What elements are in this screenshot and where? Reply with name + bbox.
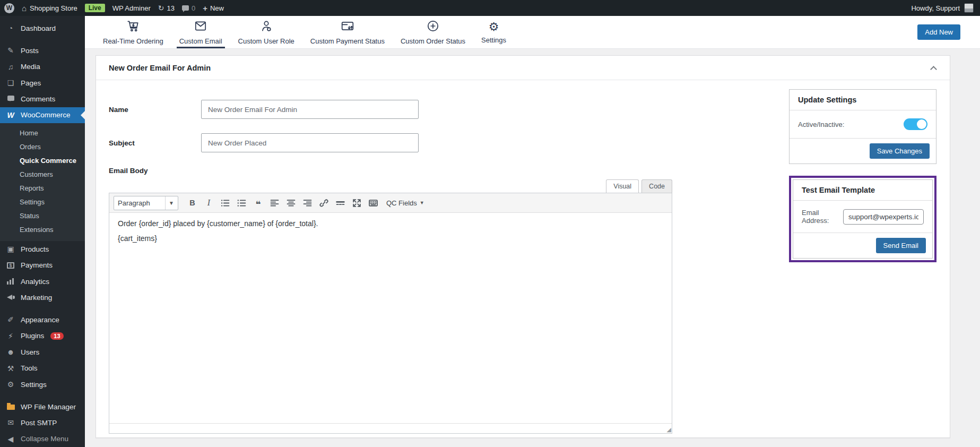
link-button[interactable]: [317, 196, 331, 210]
pushpin-icon: ✎: [6, 46, 15, 55]
wordpress-logo-icon[interactable]: W: [4, 3, 14, 13]
sidebar-menu: ◔Dashboard✎Posts♫Media❏PagesCommentsWWoo…: [0, 16, 85, 447]
sidebar-subitem-reports[interactable]: Reports: [0, 181, 85, 195]
toolbar-toggle-button[interactable]: [366, 196, 380, 210]
sidebar-item-analytics[interactable]: Analytics: [0, 273, 85, 289]
sidebar-item-settings[interactable]: ⚙Settings: [0, 376, 85, 392]
sidebar-item-post-smtp[interactable]: ✉Post SMTP: [0, 415, 85, 431]
plugin-tab-bar: Real-Time Ordering Custom Email Custom U…: [85, 16, 980, 49]
card-body: Name Subject Email Body Visual Code: [96, 80, 950, 441]
bold-button[interactable]: B: [185, 196, 200, 210]
sidebar-item-woocommerce[interactable]: WWooCommerce: [0, 107, 85, 123]
italic-button[interactable]: I: [202, 196, 216, 210]
email-address-input[interactable]: [843, 209, 924, 225]
active-toggle[interactable]: [904, 118, 927, 130]
subject-input[interactable]: [201, 133, 419, 152]
subject-row: Subject: [109, 133, 672, 152]
updates-icon: ↻: [158, 4, 164, 12]
home-icon: ⌂: [22, 4, 27, 13]
tab-settings[interactable]: ⚙ Settings: [473, 16, 514, 48]
resize-grip-icon[interactable]: ◢: [667, 426, 671, 433]
align-right-button[interactable]: [300, 196, 315, 210]
email-body-editor: Paragraph ▼ B I ❝: [109, 193, 672, 434]
sidebar-item-wp-file-manager[interactable]: WP File Manager: [0, 399, 85, 415]
email-settings-card: New Order Email For Admin Name Subject E…: [96, 55, 950, 438]
editor-content[interactable]: Order {order_id} placed by {customer_nam…: [109, 213, 672, 423]
woocommerce-submenu: HomeOrdersQuick CommerceCustomersReports…: [0, 123, 85, 241]
sidebar-item-products[interactable]: ▣Products: [0, 241, 85, 257]
megaphone-icon: [6, 294, 15, 300]
sidebar-item-label: Dashboard: [21, 24, 56, 32]
sidebar-subitem-settings[interactable]: Settings: [0, 195, 85, 209]
collapse-chevron-icon[interactable]: [930, 66, 937, 73]
envelope-icon: [194, 19, 207, 35]
sidebar-subitem-customers[interactable]: Customers: [0, 167, 85, 181]
sidebar-item-posts[interactable]: ✎Posts: [0, 42, 85, 58]
comments-menu[interactable]: 0: [182, 4, 195, 12]
sidebar-item-marketing[interactable]: Marketing: [0, 289, 85, 305]
live-badge: Live: [85, 4, 105, 12]
qc-fields-dropdown[interactable]: QC Fields ▼: [386, 199, 424, 207]
blockquote-button[interactable]: ❝: [251, 196, 265, 210]
sidebar-item-pages[interactable]: ❏Pages: [0, 75, 85, 91]
account-menu[interactable]: Howdy, Support: [911, 3, 974, 13]
sidebar-subitem-extensions[interactable]: Extensions: [0, 222, 85, 236]
sidebar-item-plugins[interactable]: ⚡Plugins13: [0, 328, 85, 344]
plus-circle-icon: [426, 19, 440, 35]
tab-custom-payment-status[interactable]: Custom Payment Status: [302, 16, 393, 48]
sidebar-item-appearance[interactable]: ✐Appearance: [0, 312, 85, 328]
paragraph-select[interactable]: Paragraph ▼: [114, 196, 178, 210]
sidebar-item-users[interactable]: ☻Users: [0, 344, 85, 360]
tab-custom-email[interactable]: Custom Email: [171, 16, 230, 48]
sidebar-item-tools[interactable]: ⚒Tools: [0, 360, 85, 376]
align-left-button[interactable]: [267, 196, 282, 210]
analytics-bars-icon: [7, 278, 14, 285]
tab-custom-order-status[interactable]: Custom Order Status: [393, 16, 473, 48]
envelope-icon: ✉: [6, 418, 15, 427]
qc-fields-label: QC Fields: [386, 199, 417, 207]
sidebar-item-comments[interactable]: Comments: [0, 91, 85, 107]
tab-label: Custom Email: [179, 37, 222, 45]
admin-bar: W ⌂ Shopping Store Live WP Adminer ↻ 13 …: [0, 0, 980, 16]
sidebar-item-payments[interactable]: Payments: [0, 257, 85, 273]
editor-mode-tabs: Visual Code: [109, 179, 672, 193]
numbered-list-button[interactable]: [235, 196, 249, 210]
align-center-button[interactable]: [284, 196, 298, 210]
comment-bubble-icon: [6, 97, 15, 101]
howdy-text: Howdy, Support: [911, 4, 960, 12]
horizontal-rule-button[interactable]: [333, 196, 348, 210]
add-new-button[interactable]: Add New: [917, 24, 960, 40]
page-layout: ◔Dashboard✎Posts♫Media❏PagesCommentsWWoo…: [0, 16, 980, 447]
save-changes-button[interactable]: Save Changes: [870, 143, 930, 159]
wp-adminer-link[interactable]: WP Adminer: [112, 4, 151, 12]
name-input[interactable]: [201, 100, 419, 119]
pages-icon: ❏: [6, 79, 15, 87]
products-icon: ▣: [6, 245, 15, 253]
sidebar-item-media[interactable]: ♫Media: [0, 58, 85, 74]
cart-icon: [126, 19, 140, 35]
comment-bubble-icon: [7, 96, 14, 101]
new-menu[interactable]: + New: [203, 4, 224, 13]
tab-real-time-ordering[interactable]: Real-Time Ordering: [95, 16, 171, 48]
visual-tab[interactable]: Visual: [606, 179, 639, 193]
sidebar-subitem-orders[interactable]: Orders: [0, 140, 85, 153]
sidebar-item-label: Users: [21, 348, 39, 356]
sidebar-item-dashboard[interactable]: ◔Dashboard: [0, 20, 85, 36]
bullet-list-button[interactable]: [218, 196, 232, 210]
sidebar-subitem-status[interactable]: Status: [0, 209, 85, 222]
comments-count: 0: [192, 4, 195, 12]
main-content: Real-Time Ordering Custom Email Custom U…: [85, 16, 980, 447]
fullscreen-button[interactable]: [350, 196, 364, 210]
sidebar-item-collapse-menu[interactable]: ◀Collapse Menu: [0, 431, 85, 447]
sidebar-subitem-home[interactable]: Home: [0, 126, 85, 140]
email-address-label: Email Address:: [802, 209, 843, 225]
sidebar-subitem-quick-commerce[interactable]: Quick Commerce: [0, 153, 85, 167]
send-email-button[interactable]: Send Email: [876, 238, 926, 253]
tab-custom-user-role[interactable]: Custom User Role: [230, 16, 302, 48]
updates-menu[interactable]: ↻ 13: [158, 4, 175, 12]
updates-count: 13: [167, 4, 174, 12]
code-tab[interactable]: Code: [641, 179, 672, 193]
tab-label: Custom Payment Status: [310, 37, 385, 45]
site-menu[interactable]: ⌂ Shopping Store: [22, 4, 77, 13]
paragraph-select-value: Paragraph: [118, 199, 150, 207]
